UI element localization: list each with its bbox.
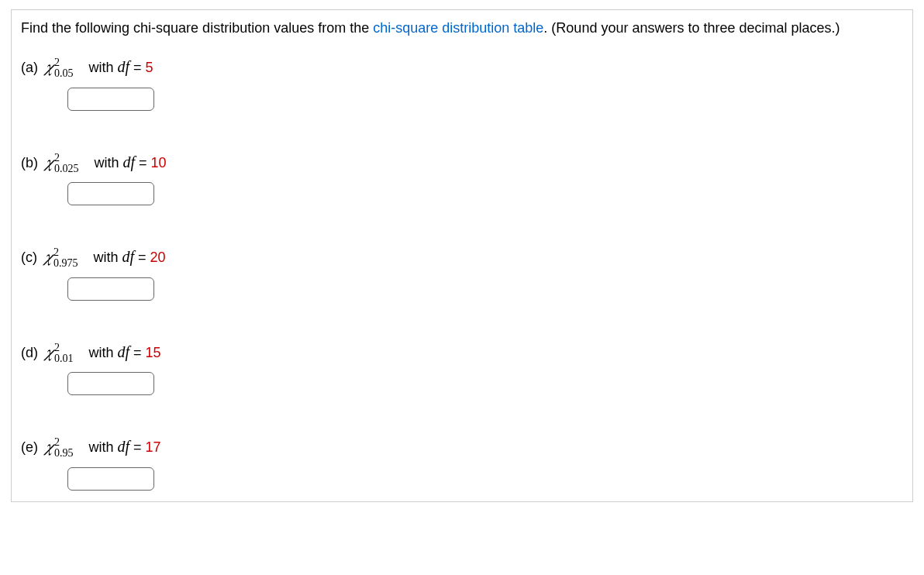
df-value: 15 bbox=[146, 345, 161, 360]
chi-base: 𝜒 bbox=[45, 246, 53, 266]
chi-square-table-link[interactable]: chi-square distribution table bbox=[373, 20, 543, 36]
question-a: (a) 𝜒20.05 with df = 5 bbox=[21, 56, 903, 111]
part-label: (c) bbox=[21, 249, 37, 267]
with-word: with bbox=[95, 155, 119, 170]
chi-sup: 2 bbox=[54, 57, 60, 68]
question-c-text: (c) 𝜒20.975 with df = 20 bbox=[21, 246, 903, 268]
with-word: with bbox=[89, 60, 114, 75]
question-a-text: (a) 𝜒20.05 with df = 5 bbox=[21, 56, 903, 78]
question-d: (d) 𝜒20.01 with df = 15 bbox=[21, 341, 903, 396]
with-df: with df = 5 bbox=[89, 57, 153, 77]
question-e-text: (e) 𝜒20.95 with df = 17 bbox=[21, 436, 903, 458]
chi-sup: 2 bbox=[53, 246, 59, 258]
df-value: 20 bbox=[150, 250, 166, 265]
eq-sign: = bbox=[129, 60, 146, 75]
instructions-suffix: . (Round your answers to three decimal p… bbox=[543, 20, 840, 36]
df-value: 17 bbox=[146, 439, 161, 455]
chi-sub: 0.025 bbox=[54, 163, 79, 174]
df-label: df bbox=[122, 248, 135, 265]
part-label: (b) bbox=[21, 154, 38, 172]
with-df: with df = 20 bbox=[94, 246, 166, 267]
with-word: with bbox=[89, 345, 114, 360]
question-c: (c) 𝜒20.975 with df = 20 bbox=[21, 246, 903, 301]
with-df: with df = 17 bbox=[89, 436, 161, 456]
df-label: df bbox=[118, 343, 130, 360]
answer-input-c[interactable] bbox=[67, 277, 154, 301]
question-e: (e) 𝜒20.95 with df = 17 bbox=[21, 436, 903, 491]
chi-base: 𝜒 bbox=[46, 57, 53, 76]
df-label: df bbox=[123, 153, 136, 170]
chi-base: 𝜒 bbox=[46, 436, 53, 456]
answer-input-e[interactable] bbox=[67, 467, 154, 491]
chi-base: 𝜒 bbox=[46, 152, 53, 171]
chi-sub: 0.05 bbox=[54, 67, 74, 79]
part-label: (e) bbox=[21, 439, 38, 456]
chi-square-symbol: 𝜒20.025 bbox=[46, 151, 87, 174]
chi-square-symbol: 𝜒20.95 bbox=[46, 436, 81, 458]
instructions-prefix: Find the following chi-square distributi… bbox=[21, 20, 373, 36]
df-value: 10 bbox=[151, 155, 167, 170]
chi-sub: 0.01 bbox=[54, 353, 74, 364]
question-d-text: (d) 𝜒20.01 with df = 15 bbox=[21, 341, 903, 363]
answer-input-b[interactable] bbox=[67, 182, 154, 205]
chi-sup: 2 bbox=[54, 152, 60, 164]
eq-sign: = bbox=[129, 439, 146, 455]
chi-sub: 0.95 bbox=[54, 447, 74, 459]
eq-sign: = bbox=[129, 345, 146, 360]
chi-square-symbol: 𝜒20.05 bbox=[46, 56, 81, 78]
question-b: (b) 𝜒20.025 with df = 10 bbox=[21, 151, 903, 206]
question-container: Find the following chi-square distributi… bbox=[11, 9, 913, 502]
df-label: df bbox=[118, 58, 130, 75]
chi-square-symbol: 𝜒20.975 bbox=[45, 246, 86, 268]
chi-sub: 0.975 bbox=[53, 257, 78, 269]
eq-sign: = bbox=[134, 250, 150, 265]
eq-sign: = bbox=[135, 155, 151, 170]
question-b-text: (b) 𝜒20.025 with df = 10 bbox=[21, 151, 903, 174]
with-word: with bbox=[89, 439, 114, 455]
part-label: (d) bbox=[21, 344, 38, 362]
instructions-text: Find the following chi-square distributi… bbox=[21, 18, 903, 39]
with-df: with df = 10 bbox=[95, 152, 167, 172]
part-label: (a) bbox=[21, 59, 38, 77]
with-word: with bbox=[94, 250, 119, 265]
with-df: with df = 15 bbox=[89, 342, 161, 362]
chi-sup: 2 bbox=[54, 342, 60, 353]
df-label: df bbox=[118, 438, 130, 455]
chi-square-symbol: 𝜒20.01 bbox=[46, 341, 81, 363]
df-value: 5 bbox=[146, 60, 153, 75]
answer-input-d[interactable] bbox=[67, 372, 154, 395]
answer-input-a[interactable] bbox=[67, 88, 154, 111]
chi-base: 𝜒 bbox=[46, 342, 53, 361]
